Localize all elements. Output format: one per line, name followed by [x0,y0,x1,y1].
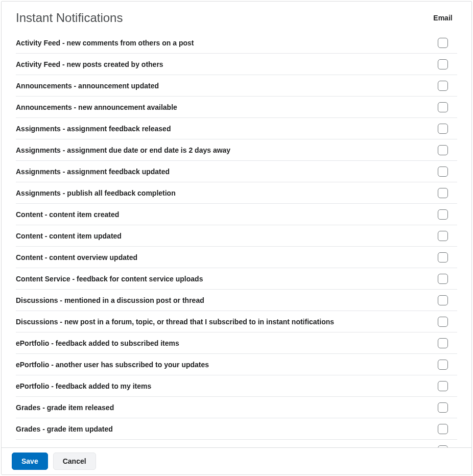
notification-checkbox[interactable] [438,338,448,348]
notification-checkbox[interactable] [438,317,448,327]
notification-checkbox-cell [429,81,457,91]
notification-label: Assignments - assignment feedback releas… [16,125,429,133]
notification-checkbox-cell [429,252,457,263]
notification-checkbox-cell [429,209,457,220]
notification-label: ePortfolio - feedback added to my items [16,382,429,390]
notification-row: Content - content overview updated [16,247,457,268]
notification-row: Content - content item created [16,204,457,225]
notification-checkbox[interactable] [438,145,448,155]
notification-label: Grades - grade item updated [16,425,429,433]
notification-checkbox[interactable] [438,402,448,413]
notification-checkbox-cell [429,59,457,69]
notification-checkbox[interactable] [438,59,448,69]
notification-checkbox-cell [429,402,457,413]
notification-row: Announcements - announcement updated [16,75,457,97]
notification-checkbox[interactable] [438,360,448,370]
notification-checkbox[interactable] [438,231,448,241]
notification-row: Activity Feed - new comments from others… [16,32,457,54]
notification-checkbox[interactable] [438,38,448,48]
notification-checkbox[interactable] [438,81,448,91]
footer-bar: Save Cancel [2,447,471,474]
content-area: Instant Notifications Email Activity Fee… [2,2,471,448]
notification-row: Discussions - mentioned in a discussion … [16,290,457,311]
notification-row: ePortfolio - feedback added to subscribe… [16,332,457,354]
notification-label: Discussions - new post in a forum, topic… [16,318,429,326]
notification-row: Content - content item updated [16,225,457,247]
notification-label: Content - content overview updated [16,253,429,261]
notification-checkbox[interactable] [438,124,448,134]
header-row: Instant Notifications Email [16,6,457,30]
notification-row: Discussions - new post in a forum, topic… [16,311,457,332]
notification-row: Content Service - feedback for content s… [16,268,457,290]
notification-checkbox[interactable] [438,424,448,434]
notification-checkbox-cell [429,360,457,370]
notification-row: Assignments - assignment feedback update… [16,161,457,182]
cancel-button[interactable]: Cancel [53,453,96,470]
notification-row: Assignments - assignment feedback releas… [16,118,457,139]
notification-checkbox-cell [429,381,457,391]
notification-label: Assignments - assignment due date or end… [16,146,429,154]
notification-label: ePortfolio - feedback added to subscribe… [16,339,429,347]
notification-row: ePortfolio - another user has subscribed… [16,354,457,375]
notification-checkbox[interactable] [438,102,448,112]
notification-row: Assignments - assignment due date or end… [16,139,457,161]
notification-checkbox-cell [429,317,457,327]
notification-checkbox[interactable] [438,188,448,198]
email-column-header: Email [429,14,457,22]
notification-checkbox-cell [429,338,457,348]
notification-row: Grades - grade item released [16,397,457,418]
notification-checkbox-cell [429,295,457,305]
notification-rows: Activity Feed - new comments from others… [16,32,457,448]
notification-label: Assignments - publish all feedback compl… [16,189,429,197]
save-button[interactable]: Save [12,453,48,470]
notification-label: Assignments - assignment feedback update… [16,168,429,176]
notification-checkbox[interactable] [438,295,448,305]
notification-row: Assignments - publish all feedback compl… [16,182,457,204]
notification-label: Grades - grade item released [16,403,429,412]
notification-label: Content Service - feedback for content s… [16,275,429,283]
notification-checkbox[interactable] [438,209,448,220]
notification-label: Activity Feed - new posts created by oth… [16,60,429,68]
notification-checkbox-cell [429,166,457,177]
notification-checkbox-cell [429,188,457,198]
notification-checkbox-cell [429,274,457,284]
notification-row: Grades - grade item updated [16,418,457,440]
notification-label: Activity Feed - new comments from others… [16,39,429,47]
notification-checkbox[interactable] [438,274,448,284]
page-title: Instant Notifications [16,11,123,25]
notification-label: Content - content item updated [16,232,429,240]
notification-checkbox-cell [429,424,457,434]
notification-row: Announcements - new announcement availab… [16,97,457,118]
notification-row: ePortfolio - feedback added to my items [16,375,457,397]
notification-checkbox-cell [429,231,457,241]
notification-row: Activity Feed - new posts created by oth… [16,54,457,75]
notification-label: ePortfolio - another user has subscribed… [16,361,429,369]
notification-checkbox[interactable] [438,252,448,263]
notifications-panel: Instant Notifications Email Activity Fee… [1,1,472,475]
notification-checkbox-cell [429,102,457,112]
notification-checkbox[interactable] [438,166,448,177]
notification-label: Announcements - new announcement availab… [16,103,429,111]
notification-label: Discussions - mentioned in a discussion … [16,296,429,304]
notification-checkbox[interactable] [438,381,448,391]
notification-checkbox-cell [429,145,457,155]
notification-checkbox-cell [429,124,457,134]
notification-checkbox-cell [429,38,457,48]
notification-label: Content - content item created [16,210,429,219]
notification-label: Announcements - announcement updated [16,82,429,90]
